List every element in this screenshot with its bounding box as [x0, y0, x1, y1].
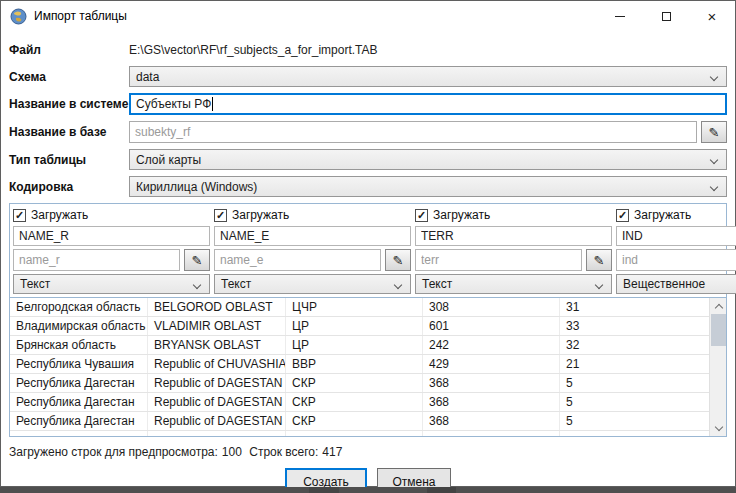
background-taskbar-strip	[0, 487, 736, 493]
column-name-input[interactable]	[13, 226, 210, 246]
table-type-value: Слой карты	[136, 153, 201, 167]
column-name-input[interactable]	[214, 226, 411, 246]
table-cell: СКР	[286, 393, 423, 411]
maximize-button[interactable]	[643, 1, 689, 31]
table-cell	[10, 431, 148, 436]
table-cell: ЦЧР	[286, 298, 423, 316]
system-name-input[interactable]: Субъекты РФ	[129, 93, 727, 115]
table-cell: Белгородская область	[10, 298, 148, 316]
table-row[interactable]: Республика ДагестанRepublic of DAGESTANС…	[10, 374, 709, 393]
import-table-dialog: Импорт таблицы × Файл E:\GS\vector\RF\rf…	[0, 0, 736, 487]
table-row[interactable]: Республика ДагестанRepublic of DAGESTANС…	[10, 412, 709, 431]
window-title: Импорт таблицы	[34, 9, 127, 23]
load-checkbox[interactable]: ✓	[214, 209, 227, 222]
load-checkbox[interactable]: ✓	[13, 209, 26, 222]
column-name-input[interactable]	[616, 226, 736, 246]
column-name-input[interactable]	[415, 226, 612, 246]
scroll-up-button[interactable]	[710, 298, 726, 313]
preview-count-value: 100	[222, 445, 242, 459]
table-cell	[286, 431, 423, 436]
load-label: Загружать	[31, 208, 88, 222]
close-icon: ×	[708, 9, 717, 24]
table-cell: 21	[560, 355, 709, 373]
load-checkbox[interactable]: ✓	[616, 209, 629, 222]
encoding-label: Кодировка	[9, 180, 129, 194]
total-count-value: 417	[322, 445, 342, 459]
chevron-down-icon	[710, 183, 718, 191]
column-type-select[interactable]: Текст	[415, 274, 612, 294]
load-checkbox[interactable]: ✓	[415, 209, 428, 222]
table-cell: 31	[560, 298, 709, 316]
table-cell: 5	[560, 412, 709, 430]
edit-alias-button[interactable]: ✎	[385, 249, 411, 271]
chevron-down-icon	[394, 281, 402, 289]
chevron-down-icon	[710, 73, 718, 81]
minimize-button[interactable]	[597, 1, 643, 31]
table-type-label: Тип таблицы	[9, 153, 129, 167]
minimize-icon	[615, 16, 625, 17]
encoding-row: Кодировка Кириллица (Windows)	[9, 176, 727, 197]
column-type-select[interactable]: Текст	[13, 274, 210, 294]
table-row[interactable]: Белгородская областьBELGOROD OBLASTЦЧР30…	[10, 298, 709, 317]
pencil-icon: ✎	[594, 254, 605, 267]
chevron-up-icon	[714, 303, 722, 311]
table-cell: BELGOROD OBLAST	[148, 298, 286, 316]
table-cell: Republic of DAGESTAN	[148, 393, 286, 411]
check-icon: ✓	[417, 210, 426, 221]
pencil-icon: ✎	[709, 126, 720, 139]
table-cell	[423, 431, 560, 436]
column-alias-input[interactable]	[214, 249, 381, 271]
edit-alias-button[interactable]: ✎	[184, 249, 210, 271]
db-name-input[interactable]	[129, 121, 697, 143]
check-icon: ✓	[216, 210, 225, 221]
edit-db-name-button[interactable]: ✎	[701, 121, 727, 143]
check-icon: ✓	[618, 210, 627, 221]
table-row[interactable]: Республика ДагестанRepublic of DAGESTANС…	[10, 393, 709, 412]
status-bar: Загружено строк для предпросмотра:100 Ст…	[9, 445, 727, 459]
encoding-select[interactable]: Кириллица (Windows)	[129, 176, 727, 197]
system-name-row: Название в системе Субъекты РФ	[9, 93, 727, 115]
file-label: Файл	[9, 43, 129, 57]
column-alias-input[interactable]	[616, 249, 736, 271]
globe-icon	[10, 8, 27, 25]
column-alias-input[interactable]	[415, 249, 582, 271]
column-type-value: Текст	[221, 277, 251, 291]
table-row[interactable]: Брянская областьBRYANSK OBLASTЦР24232	[10, 336, 709, 355]
table-row-partial	[10, 431, 709, 436]
alias-row: ✎	[616, 249, 736, 271]
table-cell: 601	[423, 317, 560, 335]
schema-select[interactable]: data	[129, 66, 727, 87]
close-button[interactable]: ×	[689, 1, 735, 31]
file-path: E:\GS\vector\RF\rf_subjects_a_for_import…	[129, 43, 727, 57]
total-count-label: Строк всего:	[249, 445, 318, 459]
scrollbar-thumb[interactable]	[711, 314, 726, 346]
column-mapping-grid: ✓Загружать✎Текст✓Загружать✎Текст✓Загружа…	[10, 204, 726, 297]
load-label: Загружать	[634, 208, 691, 222]
table-cell: 32	[560, 336, 709, 354]
table-cell: BRYANSK OBLAST	[148, 336, 286, 354]
table-cell: ВВР	[286, 355, 423, 373]
edit-alias-button[interactable]: ✎	[586, 249, 612, 271]
table-cell	[560, 431, 709, 436]
system-name-value: Субъекты РФ	[136, 97, 211, 111]
mapping-column-terr: ✓Загружать✎Текст	[415, 207, 612, 294]
column-type-select[interactable]: Вещественное	[616, 274, 736, 294]
table-row[interactable]: Республика ЧувашияRepublic of CHUVASHIAВ…	[10, 355, 709, 374]
encoding-value: Кириллица (Windows)	[136, 180, 257, 194]
maximize-icon	[662, 12, 671, 21]
table-cell: 368	[423, 374, 560, 392]
table-cell: Владимирская область	[10, 317, 148, 335]
column-alias-input[interactable]	[13, 249, 180, 271]
vertical-scrollbar[interactable]	[709, 298, 726, 436]
table-cell: Republic of DAGESTAN	[148, 412, 286, 430]
table-type-select[interactable]: Слой карты	[129, 149, 727, 170]
chevron-down-icon	[710, 156, 718, 164]
column-type-select[interactable]: Текст	[214, 274, 411, 294]
scroll-down-button[interactable]	[710, 421, 726, 436]
chevron-down-icon	[595, 281, 603, 289]
table-row[interactable]: Владимирская областьVLADIMIR OBLASTЦР601…	[10, 317, 709, 336]
table-cell: 308	[423, 298, 560, 316]
table-cell: Республика Чувашия	[10, 355, 148, 373]
text-caret	[212, 97, 213, 111]
check-icon: ✓	[15, 210, 24, 221]
